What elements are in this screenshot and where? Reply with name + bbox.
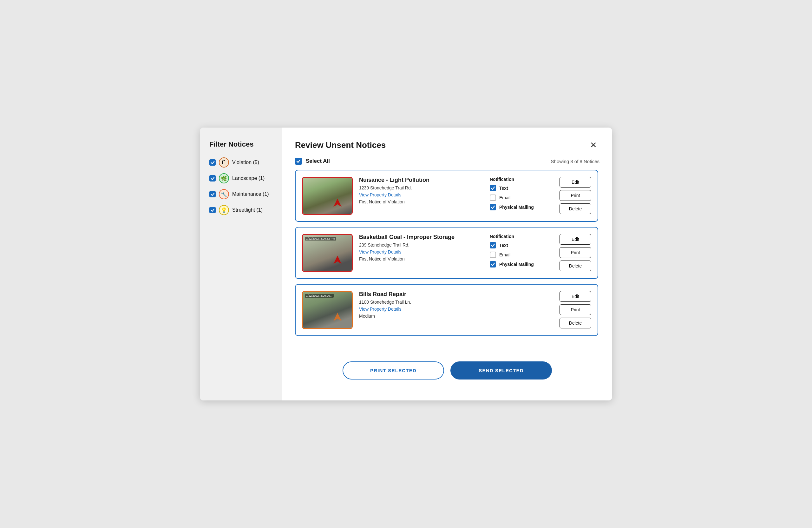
notif-row-2-2: Physical Mailing bbox=[490, 261, 553, 268]
notice-sub-2: First Notice of Violation bbox=[359, 256, 483, 261]
svg-marker-0 bbox=[333, 199, 342, 207]
notice-edit-button-3[interactable]: Edit bbox=[560, 291, 591, 302]
notif-label-2-2: Physical Mailing bbox=[499, 262, 534, 267]
filter-checkbox-violation[interactable] bbox=[209, 159, 216, 166]
notice-actions-1: EditPrintDelete bbox=[560, 177, 591, 214]
notice-title-1: Nuisance - Light Pollution bbox=[359, 177, 483, 183]
select-all-bar: Select All Showing 8 of 8 Notices bbox=[295, 158, 599, 165]
filter-checkbox-maintenance[interactable] bbox=[209, 191, 216, 197]
filter-icon-violation: 🗒 bbox=[219, 157, 229, 168]
notice-image-inner-1 bbox=[303, 178, 352, 214]
notice-card-1: Nuisance - Light Pollution1239 Stonehedg… bbox=[295, 170, 598, 222]
select-all-left: Select All bbox=[295, 158, 330, 165]
notice-image-inner-2: 1/22/2022, 3:00:52 PM bbox=[303, 235, 352, 271]
notice-edit-button-1[interactable]: Edit bbox=[560, 177, 591, 187]
image-timestamp-2: 1/22/2022, 3:00:52 PM bbox=[305, 237, 336, 241]
notice-print-button-1[interactable]: Print bbox=[560, 190, 591, 201]
notif-checkbox-empty-1-1[interactable] bbox=[490, 195, 496, 201]
svg-marker-2 bbox=[333, 313, 342, 321]
notif-row-1-2: Physical Mailing bbox=[490, 204, 553, 210]
notice-info-2: Basketball Goal - Improper Storage239 St… bbox=[359, 234, 483, 261]
filter-icon-landscape: 🌿 bbox=[219, 173, 229, 183]
sidebar-filter-maintenance[interactable]: 🔧Maintenance (1) bbox=[209, 189, 273, 199]
send-selected-button[interactable]: SEND SELECTED bbox=[450, 361, 552, 380]
showing-count: Showing 8 of 8 Notices bbox=[551, 159, 599, 164]
notice-address-2: 239 Stonehedge Trail Rd. bbox=[359, 242, 483, 247]
filter-checkbox-landscape[interactable] bbox=[209, 175, 216, 182]
close-button[interactable]: ✕ bbox=[588, 139, 599, 151]
notice-delete-button-1[interactable]: Delete bbox=[560, 203, 591, 214]
notif-row-1-1: Email bbox=[490, 195, 553, 201]
notice-print-button-3[interactable]: Print bbox=[560, 304, 591, 315]
main-content: Review Unsent Notices ✕ Select All Showi… bbox=[282, 128, 612, 400]
notice-actions-3: EditPrintDelete bbox=[560, 291, 591, 328]
sidebar: Filter Notices 🗒Violation (5)🌿Landscape … bbox=[200, 128, 282, 400]
notice-property-link-1[interactable]: View Property Details bbox=[359, 192, 483, 197]
filter-list: 🗒Violation (5)🌿Landscape (1)🔧Maintenance… bbox=[209, 157, 273, 215]
notif-checkbox-empty-2-1[interactable] bbox=[490, 252, 496, 258]
notice-sub-3: Medium bbox=[359, 314, 483, 318]
notice-print-button-2[interactable]: Print bbox=[560, 247, 591, 258]
filter-label-streetlight: Streetlight (1) bbox=[232, 207, 263, 213]
notice-image-inner-3: 1/22/2022, 3:00:26... bbox=[303, 292, 352, 328]
notif-label-2-1: Email bbox=[499, 252, 510, 257]
modal-wrapper: Filter Notices 🗒Violation (5)🌿Landscape … bbox=[200, 128, 612, 400]
image-timestamp-3: 1/22/2022, 3:00:26... bbox=[305, 294, 334, 298]
notif-label-1-1: Email bbox=[499, 195, 510, 200]
filter-label-landscape: Landscape (1) bbox=[232, 175, 264, 181]
svg-marker-1 bbox=[333, 256, 342, 264]
sidebar-filter-violation[interactable]: 🗒Violation (5) bbox=[209, 157, 273, 168]
print-selected-button[interactable]: PRINT SELECTED bbox=[343, 361, 444, 380]
main-header: Review Unsent Notices ✕ bbox=[295, 139, 599, 151]
notif-row-2-1: Email bbox=[490, 252, 553, 258]
notice-image-2: 1/22/2022, 3:00:52 PM bbox=[302, 234, 353, 272]
notif-checkbox-checked-1-2[interactable] bbox=[490, 204, 496, 210]
notice-info-1: Nuisance - Light Pollution1239 Stonehedg… bbox=[359, 177, 483, 204]
notices-list: Nuisance - Light Pollution1239 Stonehedg… bbox=[295, 170, 599, 354]
notif-row-1-0: Text bbox=[490, 185, 553, 191]
filter-label-maintenance: Maintenance (1) bbox=[232, 191, 269, 197]
notif-row-2-0: Text bbox=[490, 242, 553, 248]
notice-notification-1: NotificationTextEmailPhysical Mailing bbox=[490, 177, 553, 214]
notice-image-3: 1/22/2022, 3:00:26... bbox=[302, 291, 353, 329]
modal-title: Review Unsent Notices bbox=[295, 140, 386, 150]
filter-icon-streetlight: 💡 bbox=[219, 205, 229, 215]
notif-checkbox-checked-2-0[interactable] bbox=[490, 242, 496, 248]
filter-label-violation: Violation (5) bbox=[232, 160, 259, 165]
notice-arrow-icon-2 bbox=[333, 255, 342, 265]
notice-address-1: 1239 Stonehedge Trail Rd. bbox=[359, 185, 483, 190]
notice-card-2: 1/22/2022, 3:00:52 PMBasketball Goal - I… bbox=[295, 227, 598, 279]
notice-property-link-2[interactable]: View Property Details bbox=[359, 249, 483, 255]
notice-address-3: 1100 Stonehedge Trail Ln. bbox=[359, 300, 483, 304]
sidebar-filter-streetlight[interactable]: 💡Streetlight (1) bbox=[209, 205, 273, 215]
main-footer: PRINT SELECTED SEND SELECTED bbox=[295, 361, 599, 380]
notif-label-1-0: Text bbox=[499, 186, 508, 191]
notice-actions-2: EditPrintDelete bbox=[560, 234, 591, 271]
notice-arrow-icon-1 bbox=[333, 198, 342, 208]
notice-arrow-icon-3 bbox=[333, 312, 342, 322]
notice-card-3: 1/22/2022, 3:00:26...Bills Road Repair11… bbox=[295, 284, 598, 336]
filter-checkbox-streetlight[interactable] bbox=[209, 207, 216, 213]
notification-label-1: Notification bbox=[490, 177, 553, 182]
notice-delete-button-3[interactable]: Delete bbox=[560, 318, 591, 328]
sidebar-filter-landscape[interactable]: 🌿Landscape (1) bbox=[209, 173, 273, 183]
notification-label-2: Notification bbox=[490, 234, 553, 239]
notice-edit-button-2[interactable]: Edit bbox=[560, 234, 591, 245]
notice-sub-1: First Notice of Violation bbox=[359, 199, 483, 204]
sidebar-title: Filter Notices bbox=[209, 140, 273, 148]
select-all-label: Select All bbox=[306, 158, 330, 165]
notice-image-1 bbox=[302, 177, 353, 215]
filter-icon-maintenance: 🔧 bbox=[219, 189, 229, 199]
notice-notification-2: NotificationTextEmailPhysical Mailing bbox=[490, 234, 553, 271]
notice-title-2: Basketball Goal - Improper Storage bbox=[359, 234, 483, 241]
notif-label-1-2: Physical Mailing bbox=[499, 205, 534, 210]
notice-info-3: Bills Road Repair1100 Stonehedge Trail L… bbox=[359, 291, 483, 318]
select-all-checkbox[interactable] bbox=[295, 158, 302, 165]
notif-checkbox-checked-1-0[interactable] bbox=[490, 185, 496, 191]
notice-property-link-3[interactable]: View Property Details bbox=[359, 306, 483, 312]
notice-delete-button-2[interactable]: Delete bbox=[560, 260, 591, 271]
notice-title-3: Bills Road Repair bbox=[359, 291, 483, 298]
notif-checkbox-checked-2-2[interactable] bbox=[490, 261, 496, 268]
notif-label-2-0: Text bbox=[499, 243, 508, 248]
